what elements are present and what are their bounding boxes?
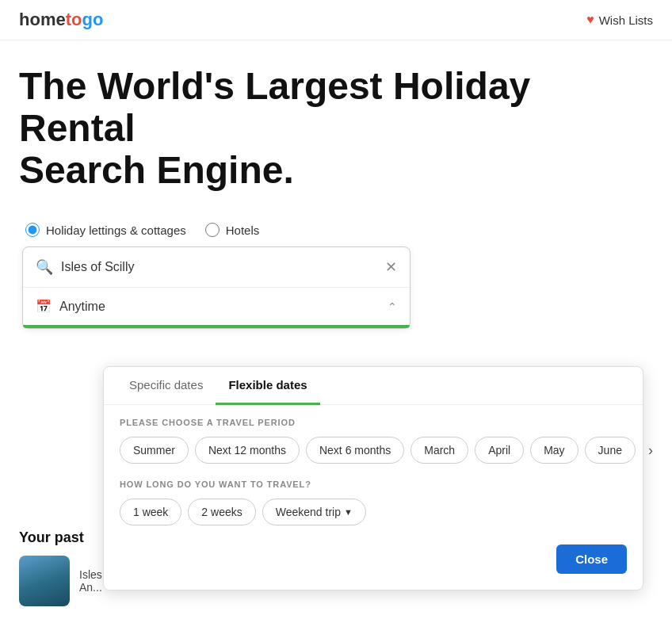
search-icon: 🔍: [36, 258, 53, 276]
logo[interactable]: hometogo: [19, 10, 103, 30]
heart-icon: ♥: [586, 13, 594, 27]
past-search-thumbnail: [19, 556, 70, 606]
chip-june[interactable]: June: [585, 437, 636, 464]
duration-chips-group: 1 week 2 weeks Weekend trip ▼: [120, 499, 627, 525]
wish-lists-link[interactable]: ♥ Wish Lists: [586, 13, 653, 27]
search-box: 🔍 ✕ 📅 Anytime ⌃: [22, 246, 410, 329]
logo-home-text: home: [19, 10, 66, 30]
holiday-lettings-label: Holiday lettings & cottages: [46, 224, 186, 237]
period-section-label: PLEASE CHOOSE A TRAVEL PERIOD: [120, 418, 627, 427]
hotels-option[interactable]: Hotels: [205, 223, 260, 237]
chip-2-weeks[interactable]: 2 weeks: [188, 499, 255, 525]
hotels-radio[interactable]: [205, 223, 220, 237]
weekend-trip-caret-icon: ▼: [344, 507, 353, 517]
close-button[interactable]: Close: [556, 544, 627, 574]
tab-flexible-dates[interactable]: Flexible dates: [216, 367, 319, 405]
location-row: 🔍 ✕: [23, 247, 410, 288]
chevron-up-icon: ⌃: [388, 300, 397, 313]
picker-body: PLEASE CHOOSE A TRAVEL PERIOD Summer Nex…: [104, 405, 643, 590]
property-type-group: Holiday lettings & cottages Hotels: [19, 223, 653, 237]
close-row: Close: [120, 538, 627, 577]
hero-line2: Search Engine.: [19, 149, 294, 191]
header: hometogo ♥ Wish Lists: [0, 0, 672, 40]
search-area: Holiday lettings & cottages Hotels 🔍 ✕ 📅…: [0, 223, 672, 329]
date-row[interactable]: 📅 Anytime ⌃: [23, 288, 410, 325]
tab-specific-dates[interactable]: Specific dates: [116, 367, 216, 405]
chip-weekend-trip[interactable]: Weekend trip ▼: [262, 499, 366, 525]
clear-location-button[interactable]: ✕: [385, 258, 397, 276]
logo-go-text: go: [82, 10, 103, 30]
chip-march[interactable]: March: [410, 437, 468, 464]
holiday-lettings-radio[interactable]: [25, 223, 40, 237]
wish-lists-label: Wish Lists: [599, 13, 653, 27]
holiday-lettings-option[interactable]: Holiday lettings & cottages: [25, 223, 186, 237]
chip-may[interactable]: May: [530, 437, 578, 464]
chip-next-12-months[interactable]: Next 12 months: [195, 437, 300, 464]
chip-next-6-months[interactable]: Next 6 months: [306, 437, 404, 464]
location-input[interactable]: [61, 260, 377, 274]
logo-to-text: to: [66, 10, 82, 30]
hero-headline: The World's Largest Holiday Rental Searc…: [19, 66, 653, 191]
hero-line1: The World's Largest Holiday Rental: [19, 65, 530, 149]
date-picker-dropdown: Specific dates Flexible dates PLEASE CHO…: [103, 366, 643, 590]
period-chips-group: Summer Next 12 months Next 6 months Marc…: [120, 437, 627, 464]
date-text: Anytime: [59, 300, 380, 314]
search-bar-accent: [23, 325, 410, 328]
hero-section: The World's Largest Holiday Rental Searc…: [0, 40, 672, 210]
period-scroll-right-button[interactable]: ›: [642, 439, 659, 462]
duration-section-label: HOW LONG DO YOU WANT TO TRAVEL?: [120, 480, 627, 489]
calendar-icon: 📅: [36, 299, 52, 314]
hotels-label: Hotels: [226, 224, 260, 237]
weekend-trip-label: Weekend trip: [276, 506, 341, 518]
chip-1-week[interactable]: 1 week: [120, 499, 181, 525]
past-search-image: [19, 556, 70, 606]
chip-april[interactable]: April: [475, 437, 524, 464]
chip-summer[interactable]: Summer: [120, 437, 189, 464]
date-picker-tabs: Specific dates Flexible dates: [104, 367, 643, 405]
